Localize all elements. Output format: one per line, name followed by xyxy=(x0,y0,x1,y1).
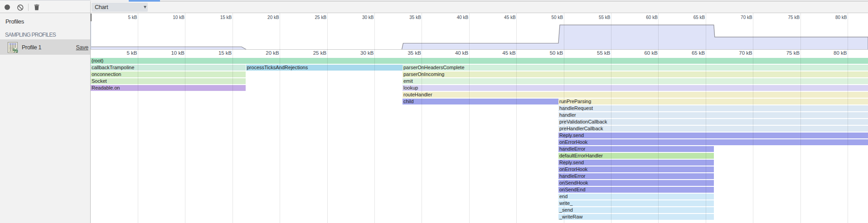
svg-text:%: % xyxy=(13,47,18,53)
